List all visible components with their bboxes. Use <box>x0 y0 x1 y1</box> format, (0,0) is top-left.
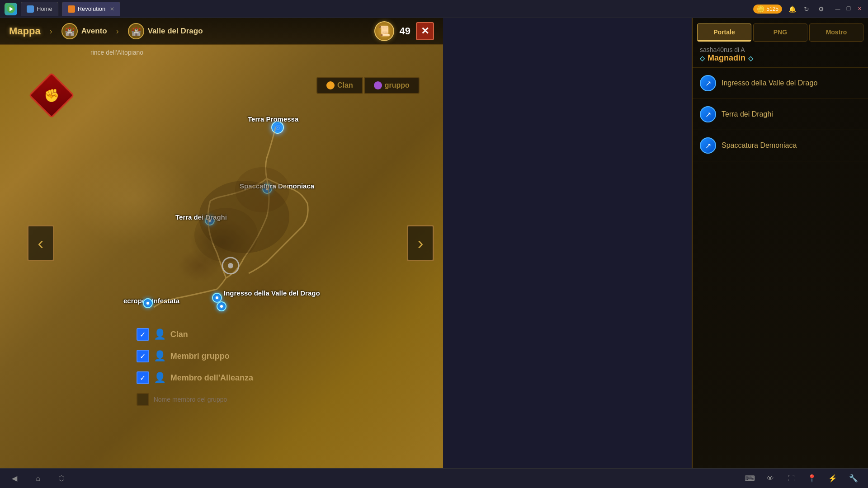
valle-label: Valle del Drago <box>148 27 203 36</box>
player-guild-name: ◇ Magnadin ◇ <box>700 53 861 63</box>
close-window-button[interactable]: ✕ <box>855 5 863 13</box>
map-title: Mappa <box>9 25 41 37</box>
revolution-tab-label: Revolution <box>78 5 105 12</box>
filter-clan-label: Clan <box>337 81 353 89</box>
taskbar-recent-button[interactable]: ⬡ <box>54 471 69 486</box>
game-window: 🌀 Terra Promessa Spaccatura Demoniaca Te… <box>0 18 868 468</box>
checkbox-alleanza-row[interactable]: ✓ 👤 Membro dell'Alleanza <box>137 368 253 388</box>
refresh-icon[interactable]: ↻ <box>802 5 811 14</box>
portal-item-ingresso[interactable]: ↗ Ingresso della Valle del Drago <box>693 68 868 99</box>
membri-user-icon: 👤 <box>154 350 166 362</box>
bluestacks-bar: Home Revolution ✕ 🪙 5125 🔔 ↻ ⚙ — ❐ ✕ <box>0 0 868 18</box>
tab-close-icon[interactable]: ✕ <box>110 6 114 12</box>
checkbox-nome-row[interactable]: Nome membro del gruppo <box>137 389 253 409</box>
panel-filter-png[interactable]: PNG <box>753 23 807 42</box>
checkbox-clan-row[interactable]: ✓ 👤 Clan <box>137 324 253 344</box>
left-arrow-shape: ‹ <box>27 225 54 261</box>
taskbar: ◀ ⌂ ⬡ ⌨ 👁 ⛶ 📍 ⚡ 🔧 <box>0 468 868 488</box>
membri-checkbox-label: Membri gruppo <box>170 352 230 361</box>
bluestacks-logo <box>5 3 17 15</box>
coins-value: 5125 <box>766 6 778 12</box>
panel-filter-mostro[interactable]: Mostro <box>809 23 863 42</box>
diamond-right-icon: ◇ <box>748 55 753 62</box>
nome-checkbox-label: Nome membro del gruppo <box>154 396 227 403</box>
portal-item-terra-draghi[interactable]: ↗ Terra dei Draghi <box>693 99 868 130</box>
tab-revolution[interactable]: Revolution ✕ <box>62 2 120 16</box>
clan-filter-icon <box>326 81 335 89</box>
coins-badge: 🪙 5125 <box>753 5 782 14</box>
performance-icon[interactable]: ⚡ <box>826 471 840 486</box>
breadcrumb-arrow-1: › <box>50 27 52 36</box>
clan-checkbox-label: Clan <box>170 330 188 339</box>
settings-icon[interactable]: ⚙ <box>816 5 826 14</box>
alleanza-checkbox-label: Membro dell'Alleanza <box>170 373 253 383</box>
map-arrow-right[interactable]: › <box>407 225 434 261</box>
map-node-ingresso-node2 <box>217 301 226 311</box>
portal-arrow-icon-2: ↗ <box>700 106 716 122</box>
avento-label: Avento <box>81 27 107 36</box>
alleanza-user-icon: 👤 <box>154 372 166 384</box>
portal-list: ↗ Ingresso della Valle del Drago ↗ Terra… <box>693 68 868 468</box>
portal-arrow-icon-1: ↗ <box>700 75 716 91</box>
clan-user-icon: 👤 <box>154 328 166 340</box>
player-info-row: sasha40rus di A ◇ Magnadin ◇ <box>693 42 868 68</box>
filter-gruppo-label: gruppo <box>385 81 410 89</box>
maximize-button[interactable]: ❐ <box>844 5 853 13</box>
tools-icon[interactable]: 🔧 <box>846 471 861 486</box>
map-node-necropoli[interactable] <box>143 298 153 308</box>
location-icon[interactable]: 📍 <box>805 471 819 486</box>
window-controls: — ❐ ✕ <box>834 5 863 13</box>
checkbox-nome[interactable] <box>137 393 149 406</box>
label-terra-draghi: Terra dei Draghi <box>175 213 227 221</box>
portal-arrow-icon-3: ↗ <box>700 137 716 154</box>
avento-icon: 🏰 <box>61 23 78 39</box>
coin-icon: 🪙 <box>757 5 764 13</box>
right-arrow-shape: › <box>407 225 434 261</box>
checkbox-membri[interactable]: ✓ <box>137 350 149 362</box>
tab-home[interactable]: Home <box>21 2 58 16</box>
bluestacks-right-controls: 🪙 5125 🔔 ↻ ⚙ — ❐ ✕ <box>753 5 863 14</box>
home-tab-label: Home <box>37 5 52 12</box>
portal-item-spaccatura[interactable]: ↗ Spaccatura Demoniaca <box>693 130 868 161</box>
checkbox-membri-row[interactable]: ✓ 👤 Membri gruppo <box>137 346 253 366</box>
checkbox-alleanza[interactable]: ✓ <box>137 371 149 384</box>
fullscreen-icon[interactable]: ⛶ <box>784 471 798 486</box>
breadcrumb-arrow-2: › <box>116 27 119 36</box>
map-area: 🌀 Terra Promessa Spaccatura Demoniaca Te… <box>0 18 443 468</box>
breadcrumb-avento[interactable]: 🏰 Avento <box>61 23 107 39</box>
breadcrumb-valle[interactable]: 🏰 Valle del Drago <box>128 23 203 39</box>
scroll-icon: 📜 <box>374 21 394 41</box>
map-node-terra-promessa[interactable]: 🌀 <box>271 121 284 134</box>
combat-icon[interactable]: ✊ <box>35 79 68 112</box>
portal-name-terra-draghi: Terra dei Draghi <box>722 110 773 118</box>
keyboard-icon[interactable]: ⌨ <box>742 471 757 486</box>
valle-icon: 🏰 <box>128 23 144 39</box>
filter-clan[interactable]: Clan <box>316 77 363 94</box>
close-button[interactable]: ✕ <box>416 22 434 40</box>
fist-icon: ✊ <box>35 79 68 112</box>
taskbar-back-button[interactable]: ◀ <box>7 471 22 486</box>
overlay-top-text: rince dell'Altopiano <box>90 49 143 56</box>
minimize-button[interactable]: — <box>834 5 842 13</box>
label-terra-promessa: Terra Promessa <box>248 115 298 123</box>
label-spaccatura-demoniaca: Spaccatura Demoniaca <box>240 182 314 190</box>
portal-name-ingresso: Ingresso della Valle del Drago <box>722 79 817 87</box>
panel-filter-portale[interactable]: Portale <box>697 23 751 42</box>
taskbar-right-controls: ⌨ 👁 ⛶ 📍 ⚡ 🔧 <box>742 471 861 486</box>
view-icon[interactable]: 👁 <box>763 471 778 486</box>
label-ingresso-valle: Ingresso della Valle del Drago <box>224 289 320 297</box>
scroll-count: 49 <box>400 25 410 37</box>
taskbar-home-button[interactable]: ⌂ <box>31 471 45 486</box>
home-tab-icon <box>27 5 34 13</box>
panel-filter-row: Portale PNG Mostro <box>693 18 868 42</box>
notification-icon[interactable]: 🔔 <box>788 5 797 14</box>
gruppo-filter-icon <box>374 81 382 89</box>
top-navigation: Mappa › 🏰 Avento › 🏰 Valle del Drago 📜 4… <box>0 18 443 45</box>
game-tab-icon <box>68 5 75 13</box>
checkbox-clan[interactable]: ✓ <box>137 328 149 341</box>
map-filter-tabs: Clan gruppo <box>316 77 420 94</box>
map-arrow-left[interactable]: ‹ <box>27 225 54 261</box>
player-username: sasha40rus di A <box>700 46 861 53</box>
filter-gruppo[interactable]: gruppo <box>364 77 420 94</box>
portal-name-spaccatura: Spaccatura Demoniaca <box>722 141 797 150</box>
